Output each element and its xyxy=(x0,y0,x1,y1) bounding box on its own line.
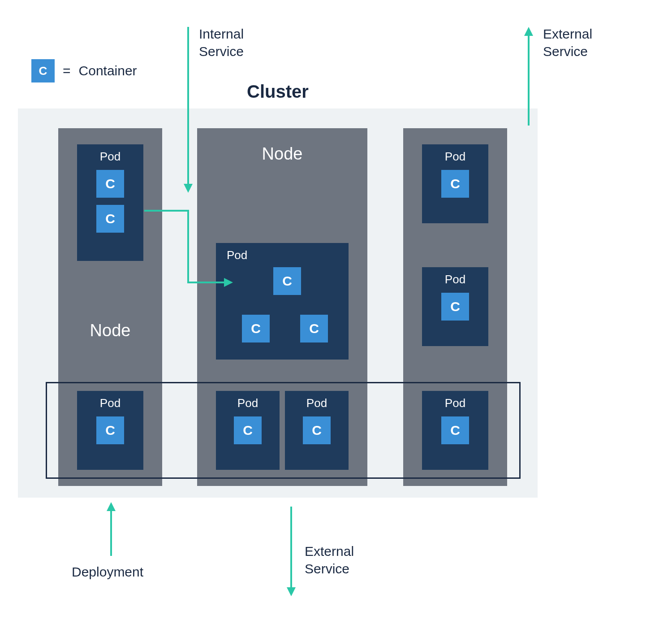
container-icon: C xyxy=(273,267,301,295)
external-service-bottom-label: ExternalService xyxy=(305,542,354,577)
container-icon: C xyxy=(441,293,469,321)
node2-pod2: Pod C xyxy=(216,391,280,470)
container-icon: C xyxy=(234,416,262,444)
legend-text: Container xyxy=(79,63,137,78)
node1-pod1: Pod C C xyxy=(77,144,143,261)
node2-pod3: Pod C xyxy=(285,391,349,470)
container-icon: C xyxy=(242,315,270,343)
external-service-top-label: ExternalService xyxy=(543,25,592,60)
node-label: Node xyxy=(58,321,162,340)
node2-pod1: Pod C C C xyxy=(216,243,349,360)
arrowhead-icon xyxy=(107,502,116,511)
container-icon: C xyxy=(96,205,124,233)
pod-label: Pod xyxy=(445,391,465,413)
legend-container-box: C xyxy=(31,59,55,82)
node3-pod2: Pod C xyxy=(422,267,488,346)
container-icon: C xyxy=(441,170,469,198)
container-icon: C xyxy=(303,416,331,444)
node-1: Pod C C Node Pod C xyxy=(58,128,162,486)
pod-label: Pod xyxy=(237,391,258,413)
container-icon: C xyxy=(300,315,328,343)
legend: C = Container xyxy=(31,59,137,82)
arrowhead-icon xyxy=(287,587,296,596)
cluster-box: Pod C C Node Pod C Node Pod C C C Pod C xyxy=(18,108,538,498)
container-icon: C xyxy=(96,170,124,198)
pod-label: Pod xyxy=(445,267,465,289)
pod-label: Pod xyxy=(100,144,121,166)
cluster-title: Cluster xyxy=(18,82,538,102)
legend-eq: = xyxy=(63,63,71,78)
pod-label: Pod xyxy=(100,391,121,413)
node3-pod3: Pod C xyxy=(422,391,488,470)
arrowhead-icon xyxy=(524,27,533,36)
node1-pod2: Pod C xyxy=(77,391,143,470)
node-label: Node xyxy=(197,144,367,164)
node3-pod1: Pod C xyxy=(422,144,488,223)
pod-label: Pod xyxy=(306,391,327,413)
container-icon: C xyxy=(96,416,124,444)
pod-label: Pod xyxy=(445,144,465,166)
node-3: Pod C Pod C Pod C xyxy=(403,128,507,486)
internal-service-label: InternalService xyxy=(199,25,244,60)
container-icon: C xyxy=(441,416,469,444)
pod-label: Pod xyxy=(216,243,349,265)
deployment-label: Deployment xyxy=(72,563,143,581)
node-2: Node Pod C C C Pod C Pod C xyxy=(197,128,367,486)
